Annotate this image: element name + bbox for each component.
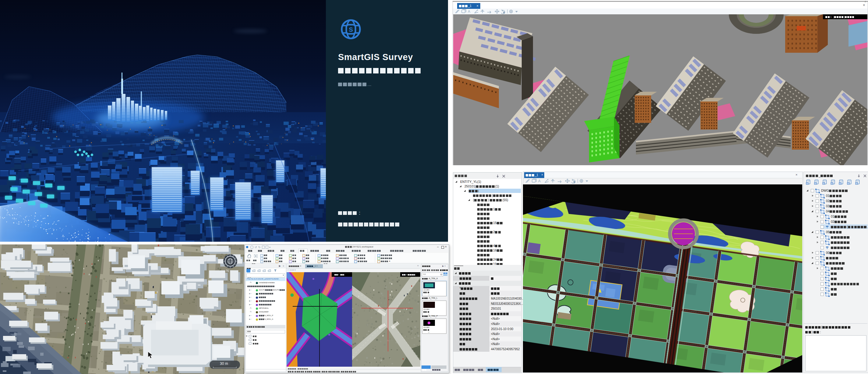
svg-text:S: S — [349, 26, 353, 33]
svg-text:A: A — [468, 9, 470, 14]
svg-text:30 m: 30 m — [220, 362, 228, 366]
svg-text:A: A — [538, 179, 540, 183]
svg-text:N: N — [226, 269, 229, 272]
